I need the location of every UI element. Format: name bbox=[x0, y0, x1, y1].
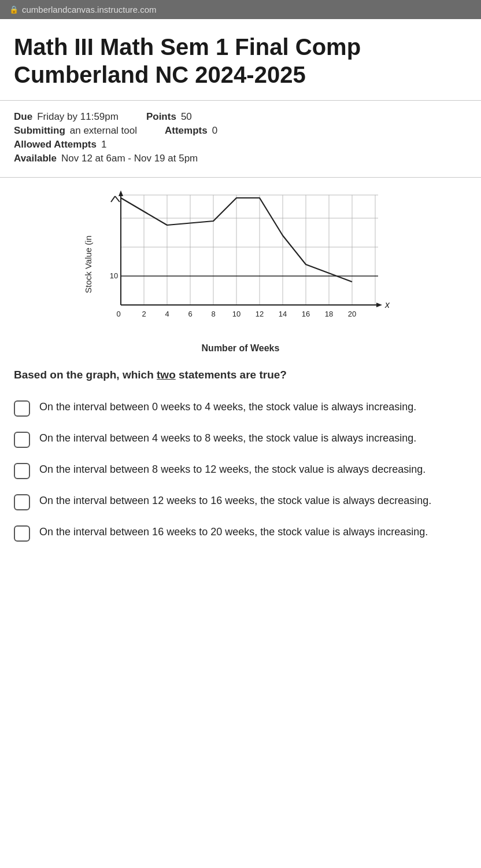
question-italic: two bbox=[157, 369, 176, 381]
svg-line-35 bbox=[111, 196, 115, 202]
svg-text:8: 8 bbox=[211, 310, 215, 318]
y-axis-label: Stock Value (in bbox=[83, 236, 93, 293]
answer-checkbox-3[interactable] bbox=[14, 463, 30, 479]
svg-marker-18 bbox=[119, 190, 123, 196]
meta-section: Due Friday by 11:59pm Points 50 Submitti… bbox=[0, 101, 481, 177]
svg-text:20: 20 bbox=[347, 310, 356, 318]
graph-inner: Stock Value (in bbox=[83, 189, 398, 340]
svg-text:6: 6 bbox=[188, 310, 192, 318]
graph-container: Stock Value (in bbox=[61, 189, 420, 354]
answer-text-4: On the interval between 12 weeks to 16 w… bbox=[39, 493, 431, 509]
due-item: Due Friday by 11:59pm bbox=[14, 111, 119, 123]
graph-svg: x 0 2 4 6 8 10 12 14 16 18 20 10 bbox=[98, 189, 398, 340]
url-display: cumberlandcanvas.instructure.com bbox=[22, 5, 157, 14]
attempts-item: Attempts 0 bbox=[165, 125, 217, 137]
allowed-label: Allowed Attempts bbox=[14, 139, 97, 150]
available-label: Available bbox=[14, 153, 57, 164]
svg-text:10: 10 bbox=[109, 271, 117, 280]
answer-text-2: On the interval between 4 weeks to 8 wee… bbox=[39, 431, 416, 446]
submitting-value: an external tool bbox=[70, 125, 137, 137]
answer-checkbox-1[interactable] bbox=[14, 400, 30, 417]
answer-checkbox-4[interactable] bbox=[14, 494, 30, 510]
due-label: Due bbox=[14, 111, 32, 123]
attempts-value: 0 bbox=[212, 125, 217, 137]
top-bar: 🔒 cumberlandcanvas.instructure.com bbox=[0, 0, 481, 19]
svg-text:10: 10 bbox=[232, 310, 240, 318]
answer-checkbox-5[interactable] bbox=[14, 525, 30, 542]
x-axis-label: Number of Weeks bbox=[202, 343, 280, 354]
svg-text:x: x bbox=[384, 300, 390, 310]
meta-row-2: Submitting an external tool Attempts 0 bbox=[14, 125, 467, 137]
question-before: Based on the graph, which bbox=[14, 369, 157, 381]
available-value: Nov 12 at 6am - Nov 19 at 5pm bbox=[61, 153, 198, 164]
svg-text:14: 14 bbox=[278, 310, 286, 318]
answer-text-1: On the interval between 0 weeks to 4 wee… bbox=[39, 399, 416, 415]
submitting-item: Submitting an external tool bbox=[14, 125, 137, 137]
svg-text:18: 18 bbox=[324, 310, 332, 318]
allowed-value: 1 bbox=[101, 139, 106, 150]
answer-text-3: On the interval between 8 weeks to 12 we… bbox=[39, 462, 426, 477]
meta-row-1: Due Friday by 11:59pm Points 50 bbox=[14, 111, 467, 123]
attempts-label: Attempts bbox=[165, 125, 208, 137]
answer-option-5[interactable]: On the interval between 16 weeks to 20 w… bbox=[14, 524, 467, 542]
points-value: 50 bbox=[181, 111, 192, 123]
svg-text:2: 2 bbox=[142, 310, 146, 318]
answer-option-3[interactable]: On the interval between 8 weeks to 12 we… bbox=[14, 462, 467, 479]
svg-text:16: 16 bbox=[301, 310, 309, 318]
question-text: Based on the graph, which two statements… bbox=[14, 367, 467, 383]
allowed-row: Allowed Attempts 1 bbox=[14, 139, 467, 150]
lock-icon: 🔒 bbox=[9, 5, 18, 14]
svg-line-34 bbox=[115, 196, 120, 202]
points-label: Points bbox=[146, 111, 176, 123]
answer-option-4[interactable]: On the interval between 12 weeks to 16 w… bbox=[14, 493, 467, 510]
available-row: Available Nov 12 at 6am - Nov 19 at 5pm bbox=[14, 153, 467, 164]
page-title: Math III Math Sem 1 Final Comp Cumberlan… bbox=[0, 19, 481, 100]
answer-checkbox-2[interactable] bbox=[14, 432, 30, 448]
svg-marker-20 bbox=[376, 303, 382, 307]
due-value: Friday by 11:59pm bbox=[37, 111, 119, 123]
question-after: statements are true? bbox=[176, 369, 287, 381]
content-section: Stock Value (in bbox=[0, 178, 481, 553]
submitting-label: Submitting bbox=[14, 125, 65, 137]
svg-text:12: 12 bbox=[255, 310, 263, 318]
points-item: Points 50 bbox=[146, 111, 192, 123]
answer-options: On the interval between 0 weeks to 4 wee… bbox=[14, 399, 467, 542]
svg-text:4: 4 bbox=[165, 310, 169, 318]
answer-text-5: On the interval between 16 weeks to 20 w… bbox=[39, 524, 428, 540]
answer-option-1[interactable]: On the interval between 0 weeks to 4 wee… bbox=[14, 399, 467, 417]
answer-option-2[interactable]: On the interval between 4 weeks to 8 wee… bbox=[14, 431, 467, 448]
svg-text:0: 0 bbox=[116, 310, 120, 318]
